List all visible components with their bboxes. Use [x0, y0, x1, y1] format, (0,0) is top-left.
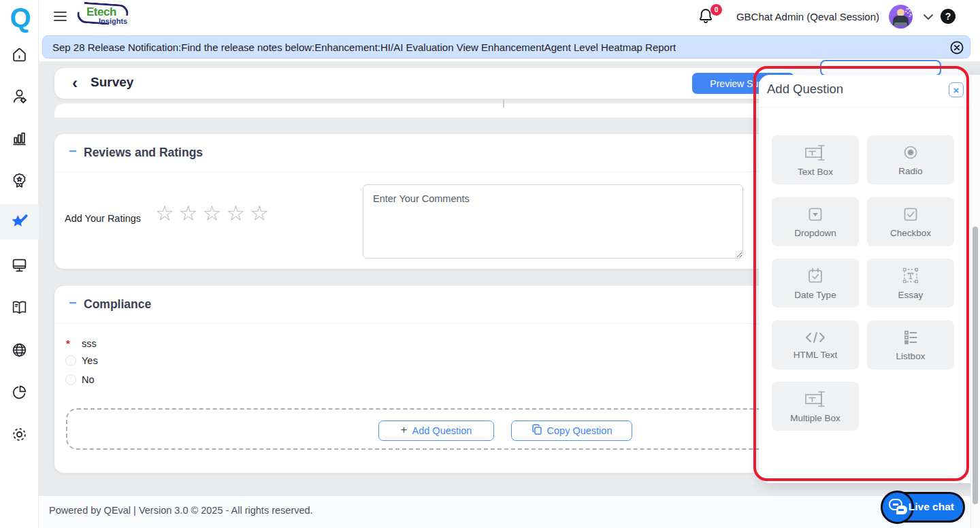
sidebar-item-users[interactable]: [0, 78, 39, 114]
tile-date-type[interactable]: Date Type: [772, 259, 859, 308]
bar-chart-icon: [11, 130, 28, 147]
top-header: Etech Insights 0 GBChat Admin (Qeval Ses…: [39, 0, 980, 33]
chevron-down-icon[interactable]: [923, 12, 934, 24]
user-session-label[interactable]: GBChat Admin (Qeval Session): [736, 0, 879, 33]
star-icon[interactable]: ☆: [203, 201, 222, 225]
footer-text: Powered by QEval | Version 3.0 © 2025 - …: [49, 505, 313, 516]
add-section-button-partially-hidden[interactable]: [820, 60, 941, 76]
tile-radio[interactable]: Radio: [867, 135, 954, 184]
sidebar-item-survey-active[interactable]: [0, 204, 39, 240]
comments-textarea[interactable]: [363, 184, 743, 259]
tile-label: Essay: [898, 290, 924, 300]
question-drop-zone: + Add Question Copy Question: [66, 408, 784, 450]
globe-icon: [11, 342, 28, 359]
sidebar-item-settings[interactable]: [0, 416, 39, 452]
essay-icon: [900, 266, 921, 285]
panel-divider: [759, 107, 980, 108]
home-icon: [11, 46, 28, 63]
sidebar-item-quality[interactable]: [0, 163, 39, 198]
divider-tick: [503, 100, 504, 108]
award-badge-icon: [11, 172, 28, 189]
release-notification-text: Sep 28 Release Notification:Find the rel…: [52, 42, 676, 53]
star-icon[interactable]: ☆: [179, 201, 198, 225]
collapse-minus-icon[interactable]: −: [69, 144, 77, 159]
tile-multiple-box[interactable]: Multiple Box: [772, 382, 859, 431]
tile-listbox[interactable]: Listbox: [867, 320, 954, 369]
sidebar-item-monitoring[interactable]: [0, 247, 39, 282]
sidebar: Q: [0, 0, 39, 528]
radio-type-icon: [902, 144, 919, 161]
app-root: Q: [0, 0, 980, 528]
pie-chart-icon: [11, 384, 28, 401]
section-title: Compliance: [84, 297, 151, 312]
footer: Powered by QEval | Version 3.0 © 2025 - …: [39, 495, 980, 528]
list-icon: [901, 329, 920, 346]
etech-insights-logo[interactable]: Etech Insights: [78, 3, 135, 31]
live-chat-button[interactable]: Live chat: [881, 492, 965, 523]
add-question-label: Add Question: [412, 425, 472, 436]
rating-label: Add Your Ratings: [65, 213, 141, 224]
gear-icon: [11, 426, 28, 443]
star-icon[interactable]: ☆: [250, 201, 269, 225]
help-button[interactable]: ?: [941, 9, 956, 24]
brand-line2: Insights: [99, 17, 127, 25]
sidebar-item-analytics[interactable]: [0, 374, 39, 410]
copy-question-button[interactable]: Copy Question: [511, 420, 632, 441]
tile-label: Text Box: [798, 167, 833, 177]
tile-html-text[interactable]: HTML Text: [772, 320, 859, 369]
tile-label: Dropdown: [794, 228, 836, 238]
add-question-panel: Add Question × Text Box Radio Dropdown C…: [759, 75, 980, 483]
code-icon: [804, 330, 827, 345]
add-question-button[interactable]: + Add Question: [378, 420, 494, 441]
copy-icon: [532, 424, 542, 438]
radio-icon[interactable]: [65, 374, 76, 385]
panel-close-icon[interactable]: ×: [949, 82, 964, 97]
multiplebox-icon: [804, 390, 827, 408]
banner-close-icon[interactable]: [949, 40, 964, 55]
tile-label: Checkbox: [890, 228, 931, 238]
page-title: Survey: [91, 75, 133, 90]
notification-count-badge: 0: [710, 4, 722, 16]
star-rating-input[interactable]: ☆☆☆☆☆: [155, 201, 274, 226]
tile-essay[interactable]: Essay: [867, 259, 954, 308]
sidebar-item-library[interactable]: [0, 289, 39, 325]
tile-dropdown[interactable]: Dropdown: [772, 197, 859, 246]
radio-icon[interactable]: [65, 355, 76, 366]
survey-star-pen-icon: [11, 213, 29, 231]
scrollbar-thumb[interactable]: [973, 227, 978, 504]
menu-toggle-icon[interactable]: [54, 12, 67, 21]
star-icon[interactable]: ☆: [226, 201, 245, 225]
avatar[interactable]: [889, 5, 913, 29]
tile-checkbox[interactable]: Checkbox: [867, 197, 954, 246]
radio-option-yes[interactable]: Yes: [65, 355, 98, 366]
calendar-icon: [806, 266, 825, 285]
notifications-button[interactable]: 0: [698, 7, 718, 27]
user-gear-icon: [11, 88, 28, 105]
back-button[interactable]: ‹: [72, 73, 78, 93]
textbox-icon: [804, 144, 827, 162]
live-chat-label: Live chat: [909, 501, 954, 513]
release-notification-banner: Sep 28 Release Notification:Find the rel…: [42, 35, 970, 59]
tile-label: Multiple Box: [790, 413, 840, 423]
radio-option-no[interactable]: No: [65, 374, 95, 385]
panel-title: Add Question: [767, 82, 843, 97]
tile-text-box[interactable]: Text Box: [772, 135, 859, 184]
tile-label: Date Type: [794, 290, 836, 300]
question-text: sss: [82, 338, 97, 349]
sidebar-item-web[interactable]: [0, 332, 39, 367]
section-title: Reviews and Ratings: [84, 146, 203, 160]
sidebar-item-home[interactable]: [0, 37, 39, 72]
collapse-minus-icon[interactable]: −: [69, 295, 77, 311]
tile-label: Listbox: [896, 351, 926, 361]
open-book-icon: [11, 299, 28, 316]
star-icon[interactable]: ☆: [155, 201, 174, 225]
plus-icon: +: [401, 423, 408, 437]
tile-label: HTML Text: [794, 350, 838, 360]
dropdown-icon: [806, 205, 824, 223]
scrollbar-track[interactable]: [970, 75, 980, 528]
qeval-logo[interactable]: Q: [5, 3, 35, 33]
required-asterisk: *: [66, 337, 70, 349]
sidebar-item-reports[interactable]: [0, 120, 39, 156]
monitor-icon: [11, 257, 28, 274]
checkbox-icon: [902, 205, 919, 223]
